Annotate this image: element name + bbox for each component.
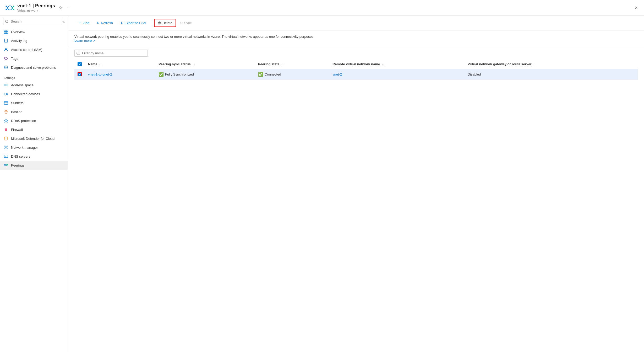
svg-point-8 — [13, 9, 14, 10]
sidebar-item-peerings-label: Peerings — [11, 163, 24, 167]
svg-point-17 — [5, 57, 6, 58]
svg-point-48 — [6, 164, 8, 166]
add-button[interactable]: ＋ Add — [74, 18, 93, 28]
sidebar-collapse-button[interactable]: « — [62, 19, 65, 24]
sidebar-item-address-space[interactable]: Address space — [0, 81, 68, 89]
top-bar: vnet-1 | Peerings Virtual network ☆ ··· … — [0, 0, 644, 16]
table-body: ✓ vnet-1-to-vnet-2 ✅ Fully Synchronized — [74, 69, 638, 79]
sync-sort-icon: ↑↓ — [192, 63, 195, 66]
more-options-button[interactable]: ··· — [66, 4, 72, 11]
select-all-header[interactable]: ✓ — [74, 59, 85, 69]
sidebar-item-overview[interactable]: Overview — [0, 27, 68, 36]
sidebar-item-dns-label: DNS servers — [11, 154, 30, 158]
sync-ok-icon: ✅ — [159, 72, 164, 77]
svg-rect-12 — [6, 32, 8, 34]
col-header-remote-vnet[interactable]: Remote virtual network name ↑↓ — [329, 59, 465, 69]
refresh-button[interactable]: ↻ Refresh — [93, 19, 116, 27]
peering-link[interactable]: vnet-1-to-vnet-2 — [88, 72, 112, 76]
overview-icon — [4, 29, 8, 34]
export-icon: ⬇ — [120, 21, 123, 25]
check-icon: ✓ — [79, 62, 81, 66]
state-sort-icon: ↑↓ — [281, 63, 284, 66]
sidebar-item-ddos[interactable]: DDoS protection — [0, 116, 68, 125]
close-button[interactable]: × — [634, 4, 639, 12]
connected-devices-icon — [4, 92, 8, 96]
resource-title: vnet-1 | Peerings Virtual network — [17, 3, 55, 12]
peerings-table: ✓ Name ↑↓ Peering sync status ↑↓ Peer — [74, 59, 638, 80]
sidebar-item-firewall-label: Firewall — [11, 128, 23, 132]
sidebar-item-tags-label: Tags — [11, 57, 18, 61]
sidebar-item-defender-label: Microsoft Defender for Cloud — [11, 137, 54, 141]
description-text: Virtual network peering enables you to s… — [74, 35, 314, 39]
sidebar-search — [3, 18, 61, 25]
svg-point-6 — [6, 9, 7, 10]
col-header-name[interactable]: Name ↑↓ — [85, 59, 155, 69]
learn-more-link[interactable]: Learn more ↗ — [74, 39, 95, 42]
sidebar-item-tags[interactable]: Tags — [0, 54, 68, 63]
svg-rect-21 — [4, 84, 8, 86]
search-input[interactable] — [3, 18, 61, 25]
peering-state: ✅ Connected — [258, 72, 326, 77]
sidebar-item-peerings[interactable]: Peerings — [0, 161, 68, 170]
sidebar-item-activity-log[interactable]: Activity log — [0, 36, 68, 45]
sidebar-item-network-manager[interactable]: Network manager — [0, 143, 68, 152]
svg-point-47 — [4, 164, 6, 166]
row-gateway-cell: Disabled — [465, 69, 638, 79]
row-checkbox-cell[interactable]: ✓ — [74, 69, 85, 79]
sidebar-item-overview-label: Overview — [11, 30, 25, 34]
sidebar-item-dns[interactable]: DNS servers — [0, 152, 68, 161]
sidebar-item-diagnose[interactable]: Diagnose and solve problems — [0, 63, 68, 72]
peering-state-text: Connected — [265, 72, 281, 76]
description-section: Virtual network peering enables you to s… — [68, 30, 644, 47]
activity-log-icon — [4, 38, 8, 43]
select-all-checkbox[interactable]: ✓ — [78, 62, 82, 66]
svg-rect-9 — [4, 30, 6, 31]
peerings-icon — [4, 163, 8, 168]
filter-bar — [68, 47, 644, 59]
col-header-peering-state[interactable]: Peering state ↑↓ — [255, 59, 329, 69]
state-ok-icon: ✅ — [258, 72, 263, 77]
address-space-icon — [4, 83, 8, 87]
sidebar-item-iam-label: Access control (IAM) — [11, 48, 42, 52]
toolbar: ＋ Add ↻ Refresh ⬇ Export to CSV 🗑 Delete… — [68, 16, 644, 30]
row-checkbox[interactable]: ✓ — [78, 72, 82, 76]
favorite-button[interactable]: ☆ — [58, 4, 63, 11]
svg-point-5 — [6, 6, 7, 7]
sidebar-item-ddos-label: DDoS protection — [11, 119, 36, 123]
row-peering-state-cell: ✅ Connected — [255, 69, 329, 79]
svg-rect-44 — [4, 155, 8, 158]
sync-status-text: Fully Synchronized — [165, 72, 194, 76]
svg-rect-11 — [4, 32, 6, 34]
svg-point-41 — [7, 148, 8, 149]
export-csv-button[interactable]: ⬇ Export to CSV — [117, 19, 150, 27]
filter-input[interactable] — [74, 50, 148, 57]
resource-name: vnet-1 | Peerings — [17, 3, 55, 9]
vnet-icon — [5, 3, 15, 13]
svg-point-38 — [4, 146, 5, 147]
remote-vnet-link[interactable]: vnet-2 — [332, 72, 342, 76]
row-remote-vnet-cell: vnet-2 — [329, 69, 465, 79]
sidebar-item-connected-devices[interactable]: Connected devices — [0, 89, 68, 98]
svg-rect-29 — [5, 102, 6, 103]
svg-rect-13 — [4, 39, 8, 42]
table-row[interactable]: ✓ vnet-1-to-vnet-2 ✅ Fully Synchronized — [74, 69, 638, 79]
delete-button[interactable]: 🗑 Delete — [154, 19, 176, 27]
remote-sort-icon: ↑↓ — [382, 63, 384, 66]
subnets-icon — [4, 100, 8, 105]
sidebar-item-firewall[interactable]: Firewall — [0, 125, 68, 134]
sidebar-item-bastion[interactable]: Bastion — [0, 107, 68, 116]
gateway-value: Disabled — [468, 72, 481, 76]
col-header-sync-status[interactable]: Peering sync status ↑↓ — [155, 59, 255, 69]
col-header-gateway[interactable]: Virtual network gateway or route server … — [465, 59, 638, 69]
svg-point-39 — [7, 146, 8, 147]
defender-icon — [4, 136, 8, 141]
svg-line-34 — [5, 111, 5, 113]
sidebar-item-iam[interactable]: Access control (IAM) — [0, 45, 68, 54]
sidebar-item-subnets[interactable]: Subnets — [0, 98, 68, 107]
sync-button[interactable]: ↻ Sync — [177, 19, 195, 27]
sidebar-item-defender[interactable]: Microsoft Defender for Cloud — [0, 134, 68, 143]
diagnose-icon — [4, 65, 8, 70]
sync-status: ✅ Fully Synchronized — [159, 72, 252, 77]
delete-icon: 🗑 — [158, 21, 161, 25]
sidebar-item-address-space-label: Address space — [11, 83, 34, 87]
